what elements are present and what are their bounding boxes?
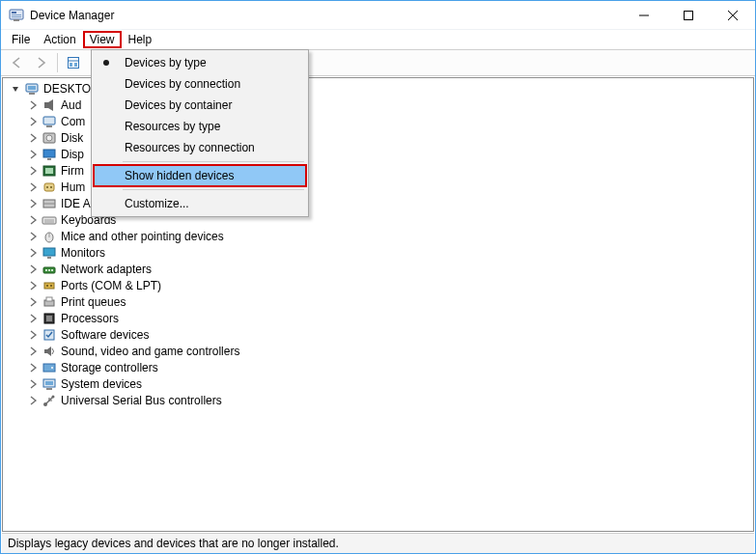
chevron-down-icon[interactable] (9, 82, 22, 96)
tree-item-label: Print queues (61, 295, 126, 309)
svg-rect-22 (46, 125, 52, 127)
chevron-right-icon[interactable] (26, 295, 40, 309)
back-button[interactable] (5, 52, 28, 73)
minimize-button[interactable] (622, 1, 666, 30)
svg-rect-44 (51, 269, 53, 271)
app-icon (9, 8, 24, 23)
tree-item[interactable]: Storage controllers (7, 359, 753, 375)
menu-file[interactable]: File (5, 32, 37, 47)
menu-devices-by-container[interactable]: Devices by container (94, 95, 306, 116)
svg-marker-20 (48, 99, 53, 111)
tree-item-label: Hum (61, 180, 85, 194)
svg-rect-1 (12, 12, 16, 14)
mouse-icon (42, 229, 57, 244)
status-bar: Displays legacy devices and devices that… (2, 533, 754, 553)
svg-rect-17 (28, 86, 36, 90)
chevron-right-icon[interactable] (26, 230, 40, 243)
svg-rect-19 (44, 102, 48, 108)
software-icon (42, 327, 57, 343)
svg-rect-45 (44, 283, 54, 289)
svg-rect-3 (12, 16, 21, 17)
tree-item-label: Universal Serial Bus controllers (61, 394, 222, 407)
printer-icon (42, 294, 57, 310)
chevron-right-icon[interactable] (26, 164, 40, 178)
tree-item-label: Mice and other pointing devices (61, 230, 224, 243)
menu-item-label: Show hidden devices (125, 169, 234, 182)
tree-item[interactable]: Universal Serial Bus controllers (7, 392, 753, 408)
tree-item[interactable]: Sound, video and game controllers (7, 343, 753, 359)
computer-icon (42, 114, 57, 129)
tree-item[interactable]: System devices (7, 375, 753, 392)
maximize-button[interactable] (666, 1, 711, 30)
svg-rect-57 (45, 381, 53, 385)
svg-rect-39 (43, 248, 55, 256)
chevron-right-icon[interactable] (26, 180, 40, 194)
chevron-right-icon[interactable] (26, 345, 40, 358)
chevron-right-icon[interactable] (26, 148, 40, 161)
tree-item[interactable]: Monitors (7, 244, 753, 261)
chevron-right-icon[interactable] (26, 328, 40, 342)
tree-item[interactable]: Network adapters (7, 261, 753, 277)
tree-item[interactable]: Mice and other pointing devices (7, 228, 753, 244)
chevron-right-icon[interactable] (26, 263, 40, 276)
chevron-right-icon[interactable] (26, 131, 40, 145)
menu-action[interactable]: Action (37, 32, 82, 47)
chevron-right-icon[interactable] (26, 197, 40, 210)
svg-rect-28 (45, 168, 53, 174)
computer-icon (24, 81, 40, 97)
tree-item-label: System devices (61, 377, 142, 391)
svg-rect-51 (46, 316, 52, 321)
tree-item-label: Sound, video and game controllers (61, 345, 239, 358)
window-title: Device Manager (30, 9, 622, 22)
svg-point-31 (50, 186, 52, 188)
hid-icon (42, 180, 57, 195)
svg-rect-25 (43, 150, 55, 157)
chevron-right-icon[interactable] (26, 213, 40, 227)
tree-item[interactable]: Processors (7, 310, 753, 326)
status-text: Displays legacy devices and devices that… (8, 537, 339, 550)
svg-rect-40 (47, 257, 51, 259)
tree-item-label: Processors (61, 312, 119, 325)
disk-icon (42, 130, 57, 146)
menu-customize[interactable]: Customize... (94, 193, 306, 214)
network-icon (42, 262, 57, 277)
tree-item-label: Network adapters (61, 263, 152, 276)
display-icon (42, 147, 57, 162)
chevron-right-icon[interactable] (26, 279, 40, 292)
system-icon (42, 376, 57, 392)
menu-show-hidden-devices[interactable]: Show hidden devices (94, 165, 306, 186)
menu-resources-by-connection[interactable]: Resources by connection (94, 137, 306, 158)
svg-rect-29 (44, 183, 54, 191)
svg-point-30 (46, 186, 48, 188)
chevron-right-icon[interactable] (26, 361, 40, 374)
forward-button[interactable] (30, 52, 53, 73)
close-button[interactable] (711, 1, 755, 30)
svg-rect-18 (29, 93, 35, 95)
chevron-right-icon[interactable] (26, 98, 40, 112)
chevron-right-icon[interactable] (26, 377, 40, 391)
tree-item[interactable]: Ports (COM & LPT) (7, 277, 753, 293)
menu-view[interactable]: View (83, 31, 122, 48)
tree-item-label: Software devices (61, 328, 149, 342)
tree-item-label: Firm (61, 164, 84, 178)
menu-item-label: Resources by connection (125, 141, 255, 154)
chevron-right-icon[interactable] (26, 312, 40, 325)
chevron-right-icon[interactable] (26, 394, 40, 407)
properties-button[interactable] (62, 52, 85, 73)
chevron-right-icon[interactable] (26, 115, 40, 128)
storage-icon (42, 360, 57, 375)
port-icon (42, 278, 57, 293)
tree-item-label: Com (61, 115, 85, 128)
menu-item-label: Devices by container (125, 98, 232, 112)
menu-separator (123, 189, 304, 190)
menu-devices-by-type[interactable]: Devices by type (94, 52, 306, 73)
tree-item[interactable]: Software devices (7, 326, 753, 343)
chevron-right-icon[interactable] (26, 246, 40, 260)
svg-point-55 (51, 367, 53, 369)
menu-help[interactable]: Help (122, 32, 159, 47)
menu-resources-by-type[interactable]: Resources by type (94, 116, 306, 137)
tree-item-label: Disp (61, 148, 84, 161)
tree-item[interactable]: Print queues (7, 293, 753, 310)
usb-icon (42, 393, 57, 408)
menu-devices-by-connection[interactable]: Devices by connection (94, 73, 306, 95)
